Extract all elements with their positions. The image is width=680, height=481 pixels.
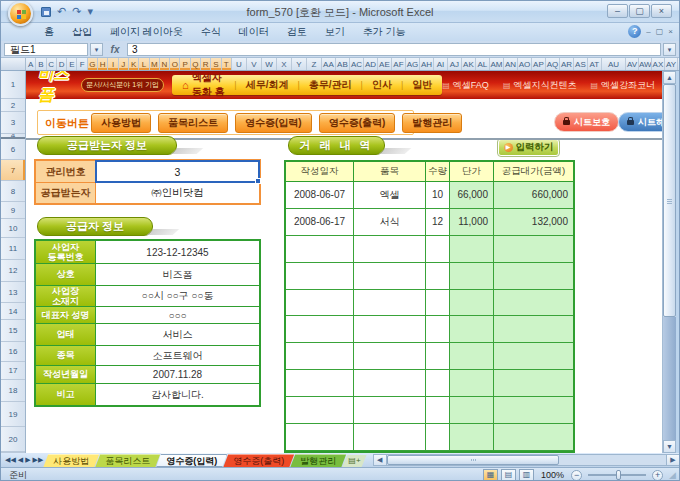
column-header-C[interactable]: C — [47, 58, 57, 70]
resize-grip[interactable]: ◢ — [669, 470, 676, 480]
column-header-Y[interactable]: Y — [292, 58, 307, 70]
save-icon[interactable] — [41, 7, 51, 17]
vertical-scrollbar-track[interactable] — [663, 317, 676, 440]
horizontal-scrollbar[interactable]: ◀ ▶ — [373, 454, 680, 466]
column-header-AM[interactable]: AM — [490, 58, 504, 70]
ribbon-tab-추가 기능[interactable]: 추가 기능 — [354, 23, 415, 41]
transaction-cell[interactable]: 132,000 — [493, 209, 573, 235]
transaction-cell[interactable]: 12 — [425, 209, 449, 235]
column-header-E[interactable]: E — [67, 58, 77, 70]
column-header-AK[interactable]: AK — [462, 58, 476, 70]
transaction-cell[interactable] — [353, 424, 425, 450]
nav-link-세무/회계[interactable]: 세무/회계 — [246, 78, 289, 92]
transaction-cell[interactable] — [425, 343, 449, 369]
transaction-cell[interactable] — [425, 290, 449, 316]
transaction-cell[interactable]: 서식 — [353, 209, 425, 235]
supplier-value-cell[interactable]: 감사합니다. — [96, 384, 259, 405]
move-button-품목리스트[interactable]: 품목리스트 — [158, 113, 228, 133]
vertical-scrollbar-thumb[interactable] — [663, 84, 676, 317]
nav-link-총무/관리[interactable]: 총무/관리 — [309, 78, 352, 92]
transaction-cell[interactable] — [493, 236, 573, 262]
ribbon-tab-수식[interactable]: 수식 — [192, 23, 230, 41]
transaction-cell[interactable] — [493, 370, 573, 396]
column-header-S[interactable]: S — [211, 58, 221, 70]
title-bar[interactable]: ↶ ↷ ▾ form_570 [호환 모드] - Microsoft Excel… — [1, 1, 679, 23]
column-header-AG[interactable]: AG — [406, 58, 420, 70]
doc-minimize-button[interactable]: – — [646, 25, 650, 38]
column-header-K[interactable]: K — [129, 58, 139, 70]
row-header-19[interactable]: 19 — [1, 402, 25, 427]
column-header-A[interactable]: A — [26, 58, 36, 70]
column-header-AX[interactable]: AX — [652, 58, 665, 70]
zoom-slider-thumb[interactable] — [616, 470, 621, 480]
column-header-AI[interactable]: AI — [434, 58, 448, 70]
column-header-U[interactable]: U — [232, 58, 247, 70]
input-data-button[interactable]: ▶ 입력하기 — [498, 139, 559, 156]
sheet-tab-사용방법[interactable]: 사용방법 — [43, 454, 99, 467]
transaction-cell[interactable] — [425, 236, 449, 262]
select-all-corner[interactable] — [1, 58, 26, 70]
qat-dropdown-icon[interactable]: ▾ — [87, 5, 93, 18]
transaction-cell[interactable] — [353, 370, 425, 396]
row-header-11[interactable]: 11 — [1, 238, 25, 260]
column-header-AO[interactable]: AO — [518, 58, 532, 70]
normal-view-icon[interactable]: ▦ — [483, 469, 498, 481]
transaction-cell[interactable] — [286, 263, 353, 289]
doc-restore-button[interactable]: ▢ — [656, 25, 664, 38]
column-header-Q[interactable]: Q — [191, 58, 201, 70]
transaction-cell[interactable]: 엑셀 — [353, 182, 425, 208]
bizform-logo[interactable]: 비즈폼 — [38, 71, 78, 106]
transaction-cell[interactable] — [353, 263, 425, 289]
undo-icon[interactable]: ↶ — [57, 5, 66, 18]
column-header-D[interactable]: D — [57, 58, 67, 70]
column-header-AQ[interactable]: AQ — [546, 58, 560, 70]
formula-input[interactable]: 3 — [127, 43, 661, 56]
nav-link-인사[interactable]: 인사 — [372, 78, 392, 92]
transaction-cell[interactable] — [353, 290, 425, 316]
row-header-17[interactable]: 17 — [1, 362, 25, 380]
column-header-AW[interactable]: AW — [639, 58, 652, 70]
transaction-cell[interactable] — [286, 236, 353, 262]
horizontal-scrollbar-thumb[interactable] — [387, 455, 559, 465]
column-header-T[interactable]: T — [222, 58, 232, 70]
scroll-up-icon[interactable]: ▲ — [663, 71, 676, 84]
ribbon-tab-삽입[interactable]: 삽입 — [63, 23, 101, 41]
transaction-cell[interactable] — [286, 424, 353, 450]
transaction-cell[interactable] — [425, 370, 449, 396]
supplier-value-cell[interactable]: 123-12-12345 — [96, 241, 259, 263]
row-header-21[interactable]: 21 — [1, 452, 25, 453]
column-header-AF[interactable]: AF — [392, 58, 406, 70]
column-header-V[interactable]: V — [247, 58, 262, 70]
transaction-cell[interactable]: 10 — [425, 182, 449, 208]
transaction-cell[interactable] — [493, 343, 573, 369]
sheet-unprotect-button[interactable]: 시트해제 — [618, 112, 667, 132]
office-button[interactable] — [8, 1, 33, 26]
column-header-X[interactable]: X — [277, 58, 292, 70]
banner-link-엑셀지식컨텐츠[interactable]: ▤엑셀지식컨텐츠 — [503, 79, 577, 92]
scroll-down-icon[interactable]: ▼ — [663, 440, 676, 453]
column-header-AS[interactable]: AS — [574, 58, 588, 70]
transaction-cell[interactable] — [425, 316, 449, 342]
minimize-button[interactable]: – — [607, 4, 628, 18]
column-header-AC[interactable]: AC — [350, 58, 364, 70]
vertical-scrollbar[interactable]: ▲ ▼ — [662, 71, 676, 453]
sheet-tab-발행관리[interactable]: 발행관리 — [290, 454, 346, 467]
column-header-AA[interactable]: AA — [322, 58, 336, 70]
transaction-cell[interactable] — [493, 316, 573, 342]
transaction-cell[interactable] — [449, 343, 493, 369]
column-header-P[interactable]: P — [180, 58, 190, 70]
scroll-left-icon[interactable]: ◀ — [374, 455, 387, 465]
move-button-사용방법[interactable]: 사용방법 — [91, 113, 151, 133]
row-header-7[interactable]: 7 — [1, 160, 25, 181]
transaction-cell[interactable] — [425, 424, 449, 450]
column-header-R[interactable]: R — [201, 58, 211, 70]
sheet-tab-영수증(입력)[interactable]: 영수증(입력) — [156, 453, 227, 467]
zoom-out-icon[interactable]: − — [571, 470, 582, 481]
move-button-발행관리[interactable]: 발행관리 — [402, 113, 462, 133]
doc-close-button[interactable]: × — [668, 25, 673, 38]
transaction-cell[interactable]: 2008-06-17 — [286, 209, 353, 235]
transaction-cell[interactable] — [286, 397, 353, 423]
transaction-cell[interactable] — [353, 236, 425, 262]
transaction-cell[interactable]: 66,000 — [449, 182, 493, 208]
column-header-AB[interactable]: AB — [336, 58, 350, 70]
